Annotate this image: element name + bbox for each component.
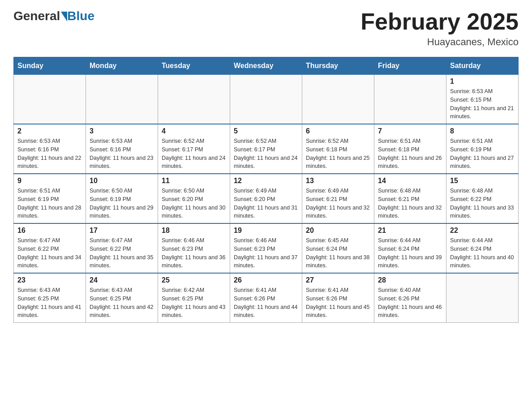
day-info: Sunrise: 6:48 AMSunset: 6:21 PMDaylight:… bbox=[378, 187, 442, 220]
calendar-header-cell: Saturday bbox=[446, 57, 519, 75]
calendar-week-row: 9Sunrise: 6:51 AMSunset: 6:19 PMDaylight… bbox=[14, 174, 519, 223]
day-info: Sunrise: 6:42 AMSunset: 6:25 PMDaylight:… bbox=[162, 286, 226, 320]
calendar-day-cell: 16Sunrise: 6:47 AMSunset: 6:22 PMDayligh… bbox=[14, 223, 86, 273]
day-info: Sunrise: 6:51 AMSunset: 6:19 PMDaylight:… bbox=[17, 187, 82, 220]
calendar-week-row: 23Sunrise: 6:43 AMSunset: 6:25 PMDayligh… bbox=[14, 273, 519, 323]
day-info: Sunrise: 6:47 AMSunset: 6:22 PMDaylight:… bbox=[90, 236, 154, 270]
calendar-header-cell: Sunday bbox=[14, 57, 86, 75]
calendar-day-cell bbox=[446, 273, 519, 323]
calendar-day-cell: 28Sunrise: 6:40 AMSunset: 6:26 PMDayligh… bbox=[374, 273, 446, 323]
day-info: Sunrise: 6:44 AMSunset: 6:24 PMDaylight:… bbox=[378, 236, 442, 270]
day-number: 6 bbox=[306, 127, 370, 135]
day-number: 23 bbox=[17, 276, 82, 284]
calendar-day-cell: 19Sunrise: 6:46 AMSunset: 6:23 PMDayligh… bbox=[230, 223, 302, 273]
day-number: 19 bbox=[234, 227, 298, 235]
day-info: Sunrise: 6:53 AMSunset: 6:15 PMDaylight:… bbox=[450, 87, 515, 121]
day-number: 4 bbox=[162, 127, 226, 135]
day-number: 9 bbox=[17, 177, 82, 185]
day-number: 26 bbox=[234, 276, 298, 284]
calendar-week-row: 1Sunrise: 6:53 AMSunset: 6:15 PMDaylight… bbox=[14, 75, 519, 124]
calendar-header-cell: Wednesday bbox=[230, 57, 302, 75]
calendar-day-cell bbox=[302, 75, 374, 124]
page-header: General Blue February 2025 Huayacanes, M… bbox=[13, 9, 519, 48]
calendar-table: SundayMondayTuesdayWednesdayThursdayFrid… bbox=[13, 57, 519, 323]
calendar-week-row: 16Sunrise: 6:47 AMSunset: 6:22 PMDayligh… bbox=[14, 223, 519, 273]
day-number: 3 bbox=[90, 127, 154, 135]
day-info: Sunrise: 6:51 AMSunset: 6:19 PMDaylight:… bbox=[450, 137, 515, 171]
calendar-day-cell: 22Sunrise: 6:44 AMSunset: 6:24 PMDayligh… bbox=[446, 223, 519, 273]
calendar-day-cell: 9Sunrise: 6:51 AMSunset: 6:19 PMDaylight… bbox=[14, 174, 86, 223]
calendar-day-cell: 26Sunrise: 6:41 AMSunset: 6:26 PMDayligh… bbox=[230, 273, 302, 323]
calendar-day-cell: 21Sunrise: 6:44 AMSunset: 6:24 PMDayligh… bbox=[374, 223, 446, 273]
calendar-day-cell bbox=[374, 75, 446, 124]
calendar-day-cell: 25Sunrise: 6:42 AMSunset: 6:25 PMDayligh… bbox=[158, 273, 230, 323]
day-info: Sunrise: 6:51 AMSunset: 6:18 PMDaylight:… bbox=[378, 137, 442, 171]
day-number: 13 bbox=[306, 177, 370, 185]
day-number: 27 bbox=[306, 276, 370, 284]
day-info: Sunrise: 6:52 AMSunset: 6:17 PMDaylight:… bbox=[234, 137, 298, 171]
day-number: 22 bbox=[450, 227, 515, 235]
day-number: 16 bbox=[17, 227, 82, 235]
day-number: 2 bbox=[17, 127, 82, 135]
calendar-day-cell bbox=[158, 75, 230, 124]
day-info: Sunrise: 6:52 AMSunset: 6:18 PMDaylight:… bbox=[306, 137, 370, 171]
logo-blue-text: Blue bbox=[67, 9, 94, 23]
day-number: 5 bbox=[234, 127, 298, 135]
day-number: 28 bbox=[378, 276, 442, 284]
calendar-header-cell: Friday bbox=[374, 57, 446, 75]
day-info: Sunrise: 6:47 AMSunset: 6:22 PMDaylight:… bbox=[17, 236, 82, 270]
day-info: Sunrise: 6:41 AMSunset: 6:26 PMDaylight:… bbox=[306, 286, 370, 320]
calendar-title: February 2025 bbox=[360, 9, 519, 34]
day-info: Sunrise: 6:41 AMSunset: 6:26 PMDaylight:… bbox=[234, 286, 298, 320]
day-number: 25 bbox=[162, 276, 226, 284]
calendar-day-cell: 15Sunrise: 6:48 AMSunset: 6:22 PMDayligh… bbox=[446, 174, 519, 223]
day-info: Sunrise: 6:50 AMSunset: 6:19 PMDaylight:… bbox=[90, 187, 154, 220]
calendar-day-cell: 11Sunrise: 6:50 AMSunset: 6:20 PMDayligh… bbox=[158, 174, 230, 223]
day-info: Sunrise: 6:52 AMSunset: 6:17 PMDaylight:… bbox=[162, 137, 226, 171]
calendar-day-cell bbox=[14, 75, 86, 124]
calendar-subtitle: Huayacanes, Mexico bbox=[360, 36, 519, 48]
calendar-day-cell: 14Sunrise: 6:48 AMSunset: 6:21 PMDayligh… bbox=[374, 174, 446, 223]
day-number: 18 bbox=[162, 227, 226, 235]
day-info: Sunrise: 6:49 AMSunset: 6:20 PMDaylight:… bbox=[234, 187, 298, 220]
calendar-day-cell: 3Sunrise: 6:53 AMSunset: 6:16 PMDaylight… bbox=[86, 124, 158, 174]
calendar-week-row: 2Sunrise: 6:53 AMSunset: 6:16 PMDaylight… bbox=[14, 124, 519, 174]
logo-general-text: General bbox=[13, 9, 60, 23]
day-number: 24 bbox=[90, 276, 154, 284]
day-info: Sunrise: 6:43 AMSunset: 6:25 PMDaylight:… bbox=[90, 286, 154, 320]
day-number: 11 bbox=[162, 177, 226, 185]
calendar-day-cell: 5Sunrise: 6:52 AMSunset: 6:17 PMDaylight… bbox=[230, 124, 302, 174]
calendar-day-cell: 1Sunrise: 6:53 AMSunset: 6:15 PMDaylight… bbox=[446, 75, 519, 124]
calendar-header-row: SundayMondayTuesdayWednesdayThursdayFrid… bbox=[14, 57, 519, 75]
logo-triangle-icon bbox=[61, 12, 67, 21]
calendar-day-cell: 20Sunrise: 6:45 AMSunset: 6:24 PMDayligh… bbox=[302, 223, 374, 273]
calendar-day-cell: 18Sunrise: 6:46 AMSunset: 6:23 PMDayligh… bbox=[158, 223, 230, 273]
day-info: Sunrise: 6:46 AMSunset: 6:23 PMDaylight:… bbox=[234, 236, 298, 270]
calendar-day-cell: 12Sunrise: 6:49 AMSunset: 6:20 PMDayligh… bbox=[230, 174, 302, 223]
logo: General Blue bbox=[13, 9, 94, 23]
day-number: 15 bbox=[450, 177, 515, 185]
calendar-header: SundayMondayTuesdayWednesdayThursdayFrid… bbox=[14, 57, 519, 75]
calendar-day-cell: 2Sunrise: 6:53 AMSunset: 6:16 PMDaylight… bbox=[14, 124, 86, 174]
calendar-day-cell: 24Sunrise: 6:43 AMSunset: 6:25 PMDayligh… bbox=[86, 273, 158, 323]
calendar-header-cell: Tuesday bbox=[158, 57, 230, 75]
calendar-day-cell bbox=[86, 75, 158, 124]
calendar-day-cell: 13Sunrise: 6:49 AMSunset: 6:21 PMDayligh… bbox=[302, 174, 374, 223]
day-number: 20 bbox=[306, 227, 370, 235]
day-info: Sunrise: 6:53 AMSunset: 6:16 PMDaylight:… bbox=[90, 137, 154, 171]
calendar-day-cell: 4Sunrise: 6:52 AMSunset: 6:17 PMDaylight… bbox=[158, 124, 230, 174]
day-number: 17 bbox=[90, 227, 154, 235]
calendar-header-cell: Thursday bbox=[302, 57, 374, 75]
calendar-day-cell: 10Sunrise: 6:50 AMSunset: 6:19 PMDayligh… bbox=[86, 174, 158, 223]
calendar-day-cell: 6Sunrise: 6:52 AMSunset: 6:18 PMDaylight… bbox=[302, 124, 374, 174]
calendar-day-cell: 17Sunrise: 6:47 AMSunset: 6:22 PMDayligh… bbox=[86, 223, 158, 273]
day-info: Sunrise: 6:53 AMSunset: 6:16 PMDaylight:… bbox=[17, 137, 82, 171]
day-info: Sunrise: 6:43 AMSunset: 6:25 PMDaylight:… bbox=[17, 286, 82, 320]
day-info: Sunrise: 6:40 AMSunset: 6:26 PMDaylight:… bbox=[378, 286, 442, 320]
day-info: Sunrise: 6:50 AMSunset: 6:20 PMDaylight:… bbox=[162, 187, 226, 220]
calendar-day-cell: 23Sunrise: 6:43 AMSunset: 6:25 PMDayligh… bbox=[14, 273, 86, 323]
day-number: 7 bbox=[378, 127, 442, 135]
calendar-day-cell: 8Sunrise: 6:51 AMSunset: 6:19 PMDaylight… bbox=[446, 124, 519, 174]
day-number: 12 bbox=[234, 177, 298, 185]
day-info: Sunrise: 6:45 AMSunset: 6:24 PMDaylight:… bbox=[306, 236, 370, 270]
